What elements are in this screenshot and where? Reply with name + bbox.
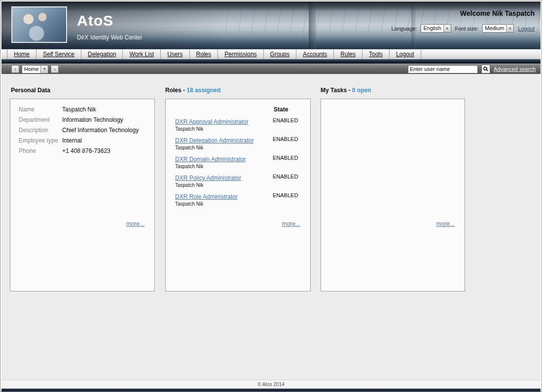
roles-panel: State DXR Approval Administrator ENABLED… [165,99,311,291]
field-label: Phone [19,147,62,154]
role-owner: Taspatch Nik [175,164,305,170]
location-value: Home [22,66,40,73]
bottom-bar [1,389,541,392]
roles-title-separator: - [181,87,187,94]
nav-tab-rules[interactable]: Rules [334,49,362,59]
nav-tab-users[interactable]: Users [161,49,189,59]
role-link[interactable]: DXR Delegation Administrator [175,137,253,144]
field-row: Department Information Technology [19,116,150,123]
search-area: Advanced search [408,65,536,73]
field-value: +1 408 876-73623 [62,147,110,154]
field-row: Employee type Internal [19,137,150,144]
nav-fill-spacer [421,49,541,59]
advanced-search-link[interactable]: Advanced search [494,66,536,72]
header-controls: Language: English ▼ Font size: Medium ▼ … [391,24,535,33]
role-state: ENABLED [273,155,298,161]
nav-tab-home[interactable]: Home [7,49,36,59]
search-button[interactable] [481,65,490,73]
tasks-more-link[interactable]: more... [436,220,455,227]
back-button[interactable]: ‹ [11,65,19,73]
role-list-item: DXR Domain Administrator ENABLED Taspatc… [175,154,305,170]
nav-divider-strip [1,59,541,64]
roles-title: Roles - 18 assigned [165,87,220,94]
welcome-text: Welcome Nik Taspatch [460,9,535,17]
nav-tab-logout[interactable]: Logout [390,49,421,59]
font-size-select[interactable]: Medium ▼ [482,24,514,33]
personal-more-link[interactable]: more... [126,220,145,227]
font-size-label: Font size: [455,26,479,32]
role-state: ENABLED [273,117,298,123]
role-list-item: DXR Policy Administrator ENABLED Taspatc… [175,173,305,188]
role-link[interactable]: DXR Role Administrator [175,193,238,200]
field-row: Description Chief Information Technology [19,127,150,134]
state-column-header: State [274,106,288,113]
language-value: English [421,25,443,32]
my-tasks-panel: more... [321,99,465,291]
nav-tab-self-service[interactable]: Self Service [36,49,81,59]
search-input[interactable] [408,65,478,73]
role-link[interactable]: DXR Policy Administrator [175,175,241,181]
field-label: Description [19,127,62,134]
personal-data-panel: Name Taspatch Nik Department Information… [10,99,155,291]
nav-tab-tools[interactable]: Tools [362,49,390,59]
field-label: Employee type [19,137,62,144]
role-state: ENABLED [273,192,298,198]
role-link[interactable]: DXR Approval Administrator [175,118,249,125]
role-owner: Taspatch Nik [175,145,305,151]
chevron-down-icon[interactable]: ▼ [40,66,48,73]
chevron-down-icon[interactable]: ▼ [443,25,451,32]
role-list-item: DXR Role Administrator ENABLED Taspatch … [175,192,305,207]
role-state: ENABLED [273,136,298,142]
nav-tab-groups[interactable]: Groups [264,49,296,59]
logout-link[interactable]: Logout [518,26,535,32]
personal-data-title: Personal Data [11,87,50,94]
footer: © Atos 2014 [1,380,541,389]
field-value: Taspatch Nik [62,106,96,113]
tasks-title-separator: - [347,87,352,94]
chevron-down-icon[interactable]: ▼ [506,25,513,32]
tasks-title: My Tasks - 0 open [321,87,371,94]
field-row: Phone +1 408 876-73623 [19,147,150,154]
field-value: Information Technology [62,116,123,123]
nav-tab-permissions[interactable]: Permissions [218,49,263,59]
field-value: Internal [62,137,82,144]
language-select[interactable]: English ▼ [421,24,451,33]
font-size-value: Medium [483,25,506,32]
copyright-text: © Atos 2014 [257,382,285,387]
role-owner: Taspatch Nik [175,182,305,188]
roles-more-link[interactable]: more... [282,220,300,227]
nav-tab-delegation[interactable]: Delegation [81,49,123,59]
tasks-count: 0 open [352,87,371,94]
forward-button[interactable]: › [51,65,59,73]
chevron-right-icon: › [54,67,56,72]
location-select[interactable]: Home ▼ [22,65,48,73]
nav-lead-spacer [1,49,7,59]
role-state: ENABLED [273,174,298,179]
main-content: Personal Data Roles - 18 assigned My Tas… [1,74,541,380]
header-banner: AtoS DirX Identity Web Center Welcome Ni… [1,1,541,49]
field-row: Name Taspatch Nik [19,106,150,113]
roles-list: DXR Approval Administrator ENABLED Taspa… [175,117,305,211]
main-nav: Home Self Service Delegation Work List U… [1,49,541,59]
field-value: Chief Information Technology [62,127,139,134]
role-link[interactable]: DXR Domain Administrator [175,156,246,163]
user-photo [11,6,67,43]
dirx-web-center-window: AtoS DirX Identity Web Center Welcome Ni… [0,0,542,392]
app-subtitle: DirX Identity Web Center [77,34,143,41]
language-label: Language: [391,26,417,32]
chevron-left-icon: ‹ [14,67,16,72]
field-label: Department [19,116,62,123]
breadcrumb-bar: ‹ Home ▼ › Advanced search [1,64,541,74]
breadcrumb: ‹ Home ▼ › [11,65,59,73]
nav-tab-accounts[interactable]: Accounts [296,49,334,59]
nav-tab-work-list[interactable]: Work List [123,49,161,59]
role-owner: Taspatch Nik [175,126,305,132]
personal-fields: Name Taspatch Nik Department Information… [19,106,150,158]
role-list-item: DXR Delegation Administrator ENABLED Tas… [175,136,305,151]
roles-count: 18 assigned [186,87,220,94]
roles-title-text: Roles [165,87,181,94]
nav-tab-roles[interactable]: Roles [190,49,218,59]
search-icon [483,67,487,71]
atos-logo: AtoS [77,12,113,29]
role-list-item: DXR Approval Administrator ENABLED Taspa… [175,117,305,132]
